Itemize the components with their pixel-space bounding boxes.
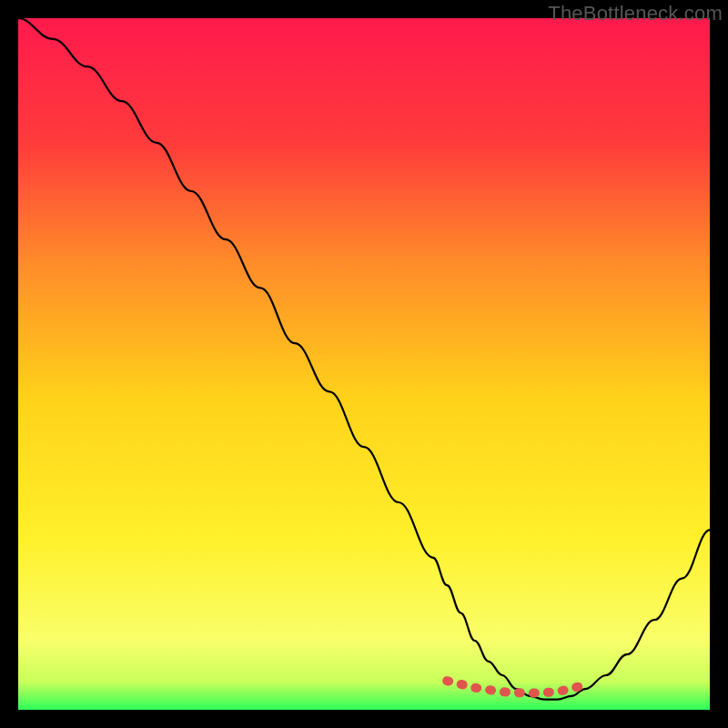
gradient-background: [18, 18, 710, 710]
chart-plot-area: [18, 18, 710, 710]
watermark-text: TheBottleneck.com: [548, 2, 723, 25]
chart-frame: TheBottleneck.com: [0, 0, 728, 728]
chart-svg: [18, 18, 710, 710]
